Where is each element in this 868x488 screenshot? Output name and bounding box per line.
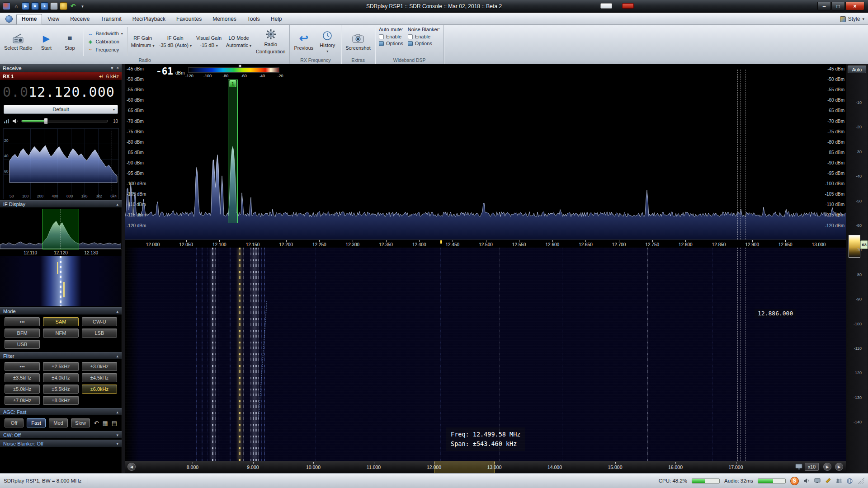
agc-button-med[interactable]: Med <box>49 418 68 427</box>
waterfall-scrollbar[interactable]: ◀ x10 ▶ ▶ 8.0009.00010.00011.00012.00013… <box>125 461 846 473</box>
if-display-header[interactable]: IF Display ▴ <box>0 200 122 208</box>
undo-icon[interactable]: ↶ <box>69 2 77 10</box>
filter-button-[interactable]: ••• <box>5 362 40 371</box>
maximize-button[interactable]: □ <box>831 2 845 10</box>
if-spectrum-display[interactable] <box>0 208 122 249</box>
volume-slider[interactable] <box>21 120 108 122</box>
panel-close-icon[interactable]: × <box>116 66 119 70</box>
mode-button-nfm[interactable]: NFM <box>43 328 78 338</box>
select-radio-button[interactable]: Select Radio <box>2 26 34 57</box>
rf-gain-button[interactable]: RF Gain Minimum ▾ <box>129 26 157 57</box>
filter-button-2.5khz[interactable]: ±2.5kHz <box>43 362 78 371</box>
radio-configuration-button[interactable]: Radio Configuration <box>254 26 288 57</box>
agc-button-fast[interactable]: Fast <box>27 418 46 427</box>
speaker-icon[interactable] <box>803 478 810 483</box>
filter-button-7.0khz[interactable]: ±7.0kHz <box>5 396 40 405</box>
stop-icon[interactable]: ■ <box>31 2 39 10</box>
cw-section-header[interactable]: CW: Off ▾ <box>0 431 122 439</box>
resize-grip[interactable] <box>858 478 864 484</box>
if-passband-region[interactable] <box>42 209 79 249</box>
spectrum-view-range-highlight[interactable] <box>434 461 495 473</box>
close-button[interactable]: × <box>845 2 864 10</box>
waterfall-display[interactable]: 12.886.000 Freq: 12.499.58 MHz Span: ±54… <box>125 248 846 461</box>
app-menu-icon[interactable] <box>5 15 13 23</box>
filter-button-3.5khz[interactable]: ±3.5kHz <box>5 373 40 382</box>
undo-icon[interactable]: ↶ <box>94 420 99 427</box>
app-icon[interactable] <box>3 2 10 10</box>
scroll-left-button[interactable]: ◀ <box>127 463 136 471</box>
monitor-icon[interactable] <box>795 464 802 471</box>
start-button[interactable]: ▶ Start <box>34 26 58 57</box>
toolbar-dropdown-icon[interactable]: ▾ <box>79 2 86 10</box>
settings-icon[interactable] <box>60 2 67 10</box>
start-icon[interactable]: ▶ <box>22 2 29 10</box>
mode-section-header[interactable]: Mode ▴ <box>0 307 122 315</box>
screenshot-button[interactable]: Screenshot <box>343 26 373 57</box>
grid-icon[interactable]: ▦ <box>102 420 108 427</box>
menu-tab-tools[interactable]: Tools <box>242 14 265 24</box>
profile-dropdown[interactable]: Default ▾ <box>4 105 118 114</box>
menu-tab-receive[interactable]: Receive <box>65 14 95 24</box>
agc-button-off[interactable]: Off <box>5 418 24 427</box>
screenshot-icon[interactable] <box>50 2 58 10</box>
palette-auto-button[interactable]: Auto <box>848 66 866 73</box>
filter-button-4.0khz[interactable]: ±4.0kHz <box>43 373 78 382</box>
stop-button[interactable]: ■ Stop <box>58 26 81 57</box>
menu-tab-favourites[interactable]: Favourites <box>171 14 207 24</box>
palette-range-handle[interactable] <box>849 235 860 258</box>
spectrum-frequency-scale[interactable]: 12.00012.05012.10012.15012.20012.25012.3… <box>125 239 846 248</box>
calibration-button[interactable]: ◈ Calibration <box>85 38 124 45</box>
filter-button-5.0khz[interactable]: ±5.0kHz <box>5 385 40 394</box>
frequency-display[interactable]: 0.012.120.000 <box>0 80 122 103</box>
edit-icon[interactable] <box>825 478 831 484</box>
noise-blanker-section-header[interactable]: Noise Blanker: Off ▾ <box>0 440 122 447</box>
menu-tab-view[interactable]: View <box>42 14 65 24</box>
rx-marker-flag[interactable]: 1 <box>230 80 236 87</box>
mode-button-usb[interactable]: USB <box>5 340 40 349</box>
lo-mode-button[interactable]: LO Mode Automatic ▾ <box>224 26 254 57</box>
scroll-right-button[interactable]: ▶ <box>823 463 831 471</box>
levels-icon[interactable]: ▤ <box>112 420 117 427</box>
noise-blanker-enable-checkbox[interactable]: Enable <box>408 34 440 39</box>
style-menu[interactable]: Style ▾ <box>840 16 864 24</box>
history-button[interactable]: History ▾ <box>316 26 339 57</box>
filter-button-5.5khz[interactable]: ±5.5kHz <box>43 385 78 394</box>
filter-button-3.0khz[interactable]: ±3.0kHz <box>82 362 117 371</box>
filter-button-6.0khz[interactable]: ±6.0kHz <box>82 385 117 394</box>
monitor-icon[interactable] <box>814 478 821 483</box>
if-waterfall[interactable] <box>0 256 122 306</box>
mode-button-lsb[interactable]: LSB <box>82 328 117 338</box>
panel-collapse-icon[interactable]: ▾ <box>111 66 113 70</box>
scroll-end-button[interactable]: ▶ <box>835 463 843 471</box>
mode-button-sam[interactable]: SAM <box>43 317 78 326</box>
spectrum-display[interactable]: -45 dBm-50 dBm-55 dBm-60 dBm-65 dBm-70 d… <box>125 64 846 239</box>
auto-mute-options-button[interactable]: Options <box>379 41 403 46</box>
if-gain-button[interactable]: IF Gain -35 dB (Auto) ▾ <box>156 26 194 57</box>
mode-button-cwu[interactable]: CW-U <box>82 317 117 326</box>
mode-button-[interactable]: ••• <box>5 317 40 326</box>
menu-tab-home[interactable]: Home <box>16 14 42 24</box>
visual-gain-button[interactable]: Visual Gain -15 dB ▾ <box>194 26 224 57</box>
speaker-icon[interactable] <box>12 118 19 124</box>
zoom-x10-button[interactable]: x10 <box>805 463 819 471</box>
menu-tab-transmit[interactable]: Transmit <box>95 14 127 24</box>
volume-slider-thumb[interactable] <box>44 118 48 124</box>
audio-levels-icon[interactable] <box>4 119 9 124</box>
mode-button-bfm[interactable]: BFM <box>5 328 40 338</box>
auto-mute-enable-checkbox[interactable]: Enable <box>379 34 403 39</box>
filter-button-4.5khz[interactable]: ±4.5kHz <box>82 373 117 382</box>
minimize-button[interactable]: – <box>817 2 831 10</box>
filter-section-header[interactable]: Filter ▴ <box>0 352 122 360</box>
tuning-step-label[interactable]: +/- 6 kHz <box>99 74 119 79</box>
bandwidth-button[interactable]: ↔ Bandwidth ▾ <box>85 30 124 37</box>
frequency-button[interactable]: ~ Frequency <box>85 47 124 53</box>
previous-button[interactable]: ↩ Previous <box>292 26 316 57</box>
agc-section-header[interactable]: AGC: Fast ▴ <box>0 408 122 416</box>
agc-button-slow[interactable]: Slow <box>71 418 90 427</box>
filter-button-8.0khz[interactable]: ±8.0kHz <box>43 396 78 405</box>
noise-blanker-options-button[interactable]: Options <box>408 41 440 46</box>
record-icon[interactable]: ● <box>41 2 48 10</box>
menu-tab-rec-playback[interactable]: Rec/Playback <box>127 14 171 24</box>
menu-tab-help[interactable]: Help <box>265 14 288 24</box>
globe-icon[interactable] <box>847 478 853 484</box>
